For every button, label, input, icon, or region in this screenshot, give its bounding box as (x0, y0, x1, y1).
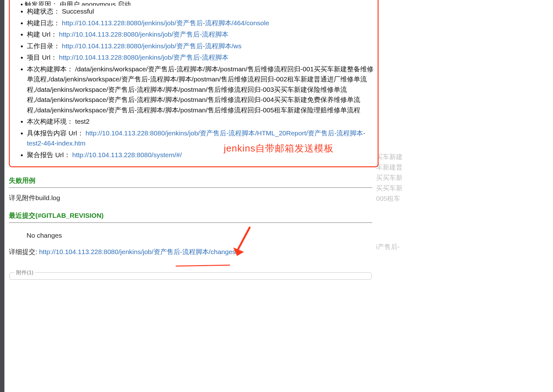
item-link[interactable]: http://10.104.113.228:8080/jenkins/job/资… (59, 31, 229, 38)
item-label: 本次构建环境： (27, 118, 75, 125)
background-peek: 买车新建 车新建普 买买车新 买买车新 005租车 i产售后- (376, 0, 553, 252)
ghost-line: 005租车 (376, 193, 553, 204)
ghost-line: 买买车新 (376, 172, 553, 183)
build-info-item: 本次构建环境： test2 (27, 116, 375, 128)
item-label: 项目 Url： (27, 54, 59, 61)
item-link[interactable]: http://10.104.113.228:8080/jenkins/job/资… (62, 19, 269, 27)
build-info-item: 构建 Url： http://10.104.113.228:8080/jenki… (27, 29, 375, 40)
attachments-box: 附件(1) (9, 269, 372, 280)
ghost-line: 买买车新 (376, 183, 553, 193)
build-info-item: 本次构建脚本： /data/jenkins/workspace/资产售后-流程脚… (27, 63, 375, 116)
item-label: 本次构建脚本： (27, 65, 75, 73)
item-label: 构建日志： (27, 19, 62, 27)
item-link[interactable]: http://10.104.113.228:8080/jenkins/job/资… (59, 54, 229, 61)
section-recent-commits: 最近提交(#GITLAB_REVISION) (9, 211, 372, 220)
build-info-item: 构建状态： Successful (27, 6, 375, 17)
item-value: Successful (62, 8, 94, 15)
attachments-legend: 附件(1) (14, 269, 35, 276)
detail-commit-label: 详细提交: (9, 248, 39, 255)
detail-commit-line: 详细提交: http://10.104.113.228:8080/jenkins… (9, 247, 372, 256)
item-label: 具体报告内容 Url： (27, 129, 86, 137)
item-label: 工作目录： (27, 42, 62, 50)
item-label: 构建 Url： (27, 31, 59, 38)
item-label: 构建状态： (27, 8, 62, 15)
section-failed-cases: 失败用例 (9, 176, 372, 185)
build-info-list: 构建状态： Successful构建日志： http://10.104.113.… (12, 6, 375, 161)
cutoff-first-line: 触发原因： 由用户 anonymous 启动 (12, 0, 375, 6)
ghost-line: 买车新建 (376, 151, 553, 162)
annotation-text: jenkins自带邮箱发送模板 (224, 142, 334, 155)
window-gutter (0, 0, 4, 392)
divider (9, 187, 372, 188)
build-info-item: 构建日志： http://10.104.113.228:8080/jenkins… (27, 17, 375, 29)
build-info-item: 项目 Url： http://10.104.113.228:8080/jenki… (27, 52, 375, 63)
no-changes-text: No changes (9, 232, 372, 239)
build-info-item: 工作目录： http://10.104.113.228:8080/jenkins… (27, 40, 375, 52)
ghost-line: 车新建普 (376, 162, 553, 172)
item-link[interactable]: http://10.104.113.228:8080/jenkins/job/资… (62, 42, 241, 50)
below-content: 失败用例 详见附件build.log 最近提交(#GITLAB_REVISION… (9, 172, 372, 280)
item-value: test2 (75, 118, 90, 125)
see-attachment-text: 详见附件build.log (9, 193, 372, 202)
item-label: 聚合报告 Url： (27, 151, 72, 158)
detail-commit-link[interactable]: http://10.104.113.228:8080/jenkins/job/资… (39, 248, 236, 255)
divider (9, 223, 372, 223)
ghost-line: i产售后- (376, 241, 553, 252)
item-value: /data/jenkins/workspace/资产售后-流程脚本/脚本/pos… (27, 65, 374, 114)
item-link[interactable]: http://10.104.113.228:8080/system/#/ (72, 151, 182, 158)
